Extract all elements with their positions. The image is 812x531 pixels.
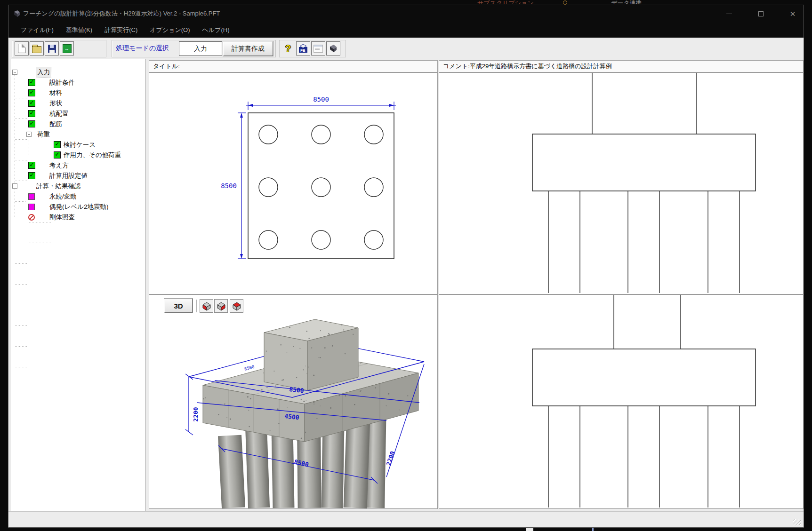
concrete-speckle (353, 334, 354, 335)
tree-item-考え方[interactable]: ✓考え方 (10, 160, 145, 171)
concrete-speckle (293, 346, 294, 347)
resize-grip[interactable] (793, 519, 801, 525)
concrete-speckle (301, 399, 302, 400)
menu-item[interactable]: 基準値(K) (63, 26, 95, 34)
tree-item-label[interactable]: 作用力、その他荷重 (64, 150, 121, 160)
side-elevation-panel (439, 73, 804, 294)
menu-item[interactable]: オプション(O) (147, 26, 193, 34)
tree-item-計算・結果確認[interactable]: 計算・結果確認 (10, 181, 145, 191)
concrete-speckle (407, 395, 408, 396)
screen: { "bg_fragments": { "left_text": "サブスクリプ… (0, 0, 812, 531)
concrete-speckle (230, 419, 231, 420)
report-form-button[interactable] (311, 41, 325, 55)
app-icon (13, 10, 21, 17)
open-file-button[interactable] (30, 41, 44, 55)
maximize-button[interactable] (750, 5, 772, 22)
concrete-speckle (332, 345, 333, 347)
mode-toolbar-group: 処理モードの選択 入力 計算書作成 (112, 40, 276, 57)
minimize-icon (726, 14, 732, 14)
tree-item-検討ケース[interactable]: ✓検討ケース (10, 140, 145, 150)
expander-minus-icon[interactable] (12, 183, 17, 189)
checked-checkbox-icon[interactable]: ✓ (28, 100, 35, 107)
tree-item-作用力、その他荷重[interactable]: ✓作用力、その他荷重 (10, 150, 145, 160)
concrete-speckle (305, 432, 306, 433)
tree-item-label[interactable]: 形状 (49, 98, 62, 109)
tree-item-label[interactable]: 検討ケース (64, 140, 96, 150)
concrete-speckle (338, 395, 339, 396)
help-button[interactable]: ? (281, 41, 295, 55)
taskbar-fragment (526, 528, 533, 531)
view-cube-right-button[interactable] (214, 299, 228, 313)
tree-item-材料[interactable]: ✓材料 (10, 88, 145, 98)
concrete-speckle (311, 348, 312, 349)
save-file-button[interactable] (45, 41, 59, 55)
checked-checkbox-icon[interactable]: ✓ (28, 120, 35, 127)
tree-item-label[interactable]: 荷重 (37, 129, 50, 140)
concrete-speckle (287, 352, 287, 353)
expander-minus-icon[interactable] (26, 132, 32, 137)
checked-checkbox-icon[interactable]: ✓ (28, 89, 35, 96)
concrete-speckle (324, 347, 326, 349)
checked-checkbox-icon[interactable]: ✓ (54, 151, 61, 159)
menu-item[interactable]: 計算実行(C) (102, 26, 140, 34)
checked-checkbox-icon[interactable]: ✓ (28, 172, 35, 179)
3d-toggle-button[interactable]: 3D (164, 299, 193, 313)
fragment-badge (563, 0, 567, 5)
data-import-button[interactable]: → (60, 41, 74, 55)
toolbar: → 処理モードの選択 入力 計算書作成 ? FB (8, 38, 804, 59)
concrete-speckle (266, 351, 267, 352)
tree-item-label[interactable]: 計算・結果確認 (36, 181, 81, 191)
tree-item-label[interactable]: 永続/変動 (49, 191, 77, 202)
3d-view-button[interactable]: FB (296, 41, 310, 55)
tree-item-label[interactable]: 考え方 (49, 160, 69, 171)
checked-checkbox-icon[interactable]: ✓ (28, 79, 35, 86)
checked-checkbox-icon[interactable]: ✓ (28, 162, 35, 169)
tree-item-永続/変動[interactable]: 永続/変動 (10, 191, 145, 202)
menu-item[interactable]: ファイル(F) (18, 26, 56, 34)
mode-input-button[interactable]: 入力 (179, 41, 222, 56)
view-cube-left-icon (202, 301, 211, 311)
concrete-speckle (341, 324, 343, 325)
expander-minus-icon[interactable] (12, 70, 17, 75)
concrete-speckle (360, 391, 361, 392)
tree-item-label[interactable]: 入力 (36, 67, 51, 78)
view-cube-left-button[interactable] (200, 299, 213, 313)
minimize-button[interactable] (718, 5, 740, 22)
close-button[interactable]: ✕ (782, 5, 804, 22)
concrete-speckle (324, 338, 325, 339)
new-document-icon (18, 44, 25, 53)
concrete-speckle (218, 414, 219, 415)
tree-item-形状[interactable]: ✓形状 (10, 98, 145, 109)
checked-checkbox-icon[interactable]: ✓ (54, 141, 61, 148)
concrete-speckle (354, 404, 355, 405)
checked-checkbox-icon[interactable]: ✓ (28, 110, 35, 117)
tree-item-荷重[interactable]: 荷重 (10, 129, 145, 140)
mode-report-button[interactable]: 計算書作成 (223, 41, 273, 56)
toolbar-separator (196, 300, 198, 312)
tree-item-配筋[interactable]: ✓配筋 (10, 119, 145, 129)
tree-item-杭配置[interactable]: ✓杭配置 (10, 109, 145, 119)
tree-item-label[interactable]: 剛体照査 (49, 212, 75, 222)
close-icon: ✕ (790, 10, 796, 17)
comment-header: コメント:平成29年道路橋示方書に基づく道路橋の設計計算例 (439, 60, 804, 72)
view-cube-top-button[interactable] (230, 299, 243, 313)
tree-item-label[interactable]: 計算用設定値 (49, 171, 88, 181)
title-bar[interactable]: フーチングの設計計算(部分係数法・H29道示対応) Ver.2 - Sample… (8, 5, 804, 22)
concrete-speckle (281, 344, 282, 346)
tree-item-label[interactable]: 杭配置 (49, 109, 69, 119)
help-icon: ? (285, 43, 291, 54)
new-file-button[interactable] (15, 41, 29, 55)
tree-item-設計条件[interactable]: ✓設計条件 (10, 78, 145, 88)
open-folder-icon (32, 46, 41, 53)
tree-item-入力[interactable]: 入力 (10, 67, 145, 78)
concrete-speckle (296, 377, 297, 378)
menu-item[interactable]: ヘルプ(H) (200, 26, 233, 34)
tree-item-label[interactable]: 配筋 (49, 119, 62, 129)
product-info-button[interactable] (326, 41, 340, 55)
tree-item-剛体照査[interactable]: 剛体照査 (10, 212, 145, 222)
tree-item-偶発(レベル2地震動)[interactable]: 偶発(レベル2地震動) (10, 202, 145, 212)
tree-item-label[interactable]: 材料 (49, 88, 62, 98)
tree-item-計算用設定値[interactable]: ✓計算用設定値 (10, 171, 145, 181)
tree-item-label[interactable]: 偶発(レベル2地震動) (49, 202, 108, 212)
tree-item-label[interactable]: 設計条件 (49, 78, 75, 88)
